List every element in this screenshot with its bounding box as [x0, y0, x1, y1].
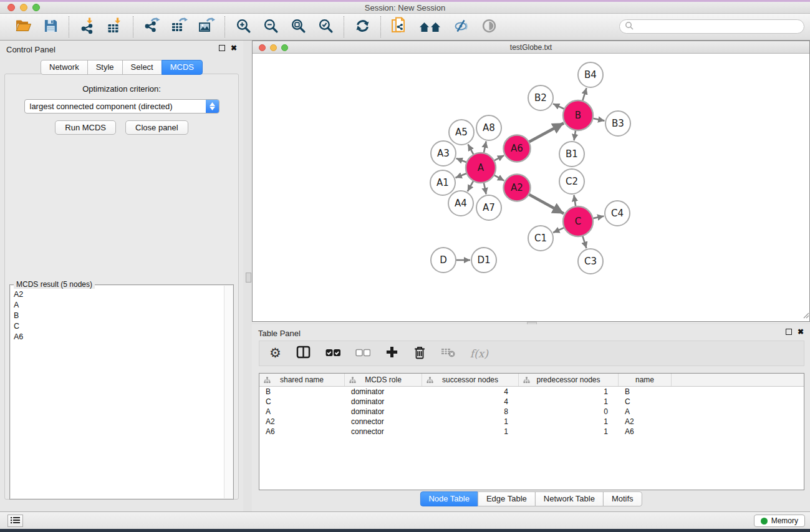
- tab-select[interactable]: Select: [122, 60, 162, 75]
- close-panel-button[interactable]: Close panel: [125, 120, 188, 135]
- float-panel-icon[interactable]: [219, 45, 225, 51]
- tab-edge-table[interactable]: Edge Table: [478, 491, 536, 506]
- network-canvas[interactable]: B4B2BB3B1A5A8A6A3AA1C2A4A7A2C4CC1C3DD1: [253, 54, 809, 321]
- tab-node-table[interactable]: Node Table: [420, 491, 478, 506]
- table-row[interactable]: Cdominator41C: [259, 397, 804, 407]
- columns-icon: [296, 346, 311, 361]
- export-network-button[interactable]: [143, 17, 160, 36]
- graph-edge-A6-B[interactable]: [528, 123, 564, 142]
- export-table-button[interactable]: [170, 17, 188, 36]
- close-panel-icon[interactable]: ✖: [231, 45, 237, 51]
- task-history-button[interactable]: [7, 515, 23, 527]
- select-all-button[interactable]: [325, 348, 340, 359]
- graph-edge-B-B4[interactable]: [582, 88, 587, 102]
- search-field[interactable]: [619, 19, 804, 34]
- show-columns-button[interactable]: [296, 346, 311, 361]
- zoom-window-button[interactable]: [32, 4, 40, 11]
- network-zoom-button[interactable]: [281, 44, 288, 51]
- column-header-predecessor-nodes[interactable]: predecessor nodes: [519, 374, 619, 386]
- table-panel-title: Table Panel: [252, 324, 810, 338]
- graph-node-label: D1: [477, 254, 490, 266]
- graph-edge-A-A6[interactable]: [493, 155, 504, 161]
- network-window-titlebar[interactable]: testGlobe.txt: [253, 41, 809, 54]
- table-cell: C: [259, 397, 345, 407]
- tab-network[interactable]: Network: [41, 60, 88, 75]
- export-image-button[interactable]: [198, 17, 215, 36]
- node-table: shared name MCDS role successor nodes pr…: [259, 373, 804, 490]
- save-session-button[interactable]: [42, 17, 59, 36]
- network-minimize-button[interactable]: [270, 44, 277, 51]
- function-builder-button[interactable]: f(x): [470, 347, 488, 360]
- column-header-mcds-role[interactable]: MCDS role: [345, 374, 422, 386]
- graph-edge-A-A4[interactable]: [468, 180, 474, 191]
- column-header-name[interactable]: name: [619, 374, 672, 386]
- zoom-out-button[interactable]: [262, 17, 279, 36]
- resize-grip-icon[interactable]: [803, 310, 809, 321]
- import-table-button[interactable]: [106, 17, 123, 36]
- minimize-window-button[interactable]: [20, 4, 27, 11]
- mcds-result-item[interactable]: A2: [11, 289, 233, 300]
- search-input[interactable]: [637, 22, 799, 31]
- graph-edge-B-B1[interactable]: [574, 130, 576, 141]
- graph-edge-B-B3[interactable]: [592, 118, 605, 121]
- clone-network-button[interactable]: [390, 17, 408, 36]
- column-header-shared-name[interactable]: shared name: [259, 374, 345, 386]
- graph-edge-A-A1[interactable]: [455, 173, 467, 178]
- mcds-result-list[interactable]: A2ABCA6: [11, 286, 233, 498]
- tab-mcds[interactable]: MCDS: [162, 60, 203, 75]
- table-cell: A: [259, 407, 345, 417]
- tab-network-table[interactable]: Network Table: [535, 491, 604, 506]
- zoom-selected-button[interactable]: [317, 17, 334, 36]
- zoom-fit-button[interactable]: [289, 17, 307, 36]
- graph-edge-C-C4[interactable]: [592, 216, 604, 218]
- create-column-button[interactable]: [385, 346, 398, 361]
- run-mcds-button[interactable]: Run MCDS: [55, 120, 116, 135]
- delete-column-button[interactable]: [413, 345, 426, 362]
- graph-edge-C-C1[interactable]: [553, 227, 565, 233]
- home-icon[interactable]: [418, 17, 443, 36]
- table-row[interactable]: A6connector11A6: [259, 427, 804, 437]
- graph-node-label: C2: [566, 176, 578, 187]
- refresh-view-button[interactable]: [354, 17, 371, 36]
- open-session-button[interactable]: [14, 17, 32, 36]
- table-cell: connector: [345, 427, 422, 437]
- zoom-in-button[interactable]: [234, 17, 252, 36]
- birdseye-toggle-button[interactable]: [480, 17, 498, 36]
- table-close-panel-icon[interactable]: ✖: [798, 329, 804, 335]
- table-row[interactable]: Adominator80A: [259, 407, 804, 417]
- graph-edge-C-C2[interactable]: [574, 195, 576, 208]
- mcds-result-item[interactable]: A: [11, 300, 233, 311]
- graph-edge-A-A7[interactable]: [484, 182, 486, 195]
- network-close-button[interactable]: [259, 44, 266, 51]
- table-row[interactable]: Bdominator41B: [259, 387, 804, 397]
- zoom-selected-icon: [318, 18, 334, 36]
- graph-node-label: B: [575, 110, 581, 121]
- memory-button[interactable]: Memory: [754, 515, 805, 527]
- graph-edge-A-A3[interactable]: [456, 158, 468, 163]
- delete-table-button[interactable]: [441, 346, 455, 360]
- table-float-panel-icon[interactable]: [786, 329, 792, 335]
- mcds-result-item[interactable]: C: [11, 321, 233, 332]
- vertical-splitter-handle[interactable]: [246, 273, 251, 283]
- graph-edge-A2-C[interactable]: [528, 194, 564, 214]
- table-row[interactable]: A2connector11A2: [259, 417, 804, 427]
- table-settings-button[interactable]: ⚙: [269, 347, 281, 360]
- mcds-result-item[interactable]: A6: [11, 332, 233, 342]
- deselect-all-button[interactable]: [355, 348, 370, 359]
- import-network-button[interactable]: [79, 17, 96, 36]
- graph-edge-A-A2[interactable]: [493, 175, 504, 181]
- mcds-result-item[interactable]: B: [11, 311, 233, 321]
- table-cell: B: [259, 387, 345, 397]
- graph-edge-B-B2[interactable]: [553, 104, 565, 109]
- close-window-button[interactable]: [7, 4, 15, 11]
- tab-style[interactable]: Style: [87, 60, 123, 75]
- tab-motifs[interactable]: Motifs: [603, 491, 642, 506]
- hide-details-button[interactable]: [453, 17, 470, 36]
- result-list-scrollbar[interactable]: [224, 286, 233, 498]
- graph-edge-C-C3[interactable]: [582, 235, 587, 248]
- column-header-successor-nodes[interactable]: successor nodes: [422, 374, 519, 386]
- graph-node-label: A1: [436, 177, 449, 188]
- optimization-criterion-select[interactable]: largest connected component (directed): [24, 99, 219, 114]
- graph-edge-A-A5[interactable]: [468, 144, 475, 155]
- graph-edge-A-A8[interactable]: [484, 142, 486, 154]
